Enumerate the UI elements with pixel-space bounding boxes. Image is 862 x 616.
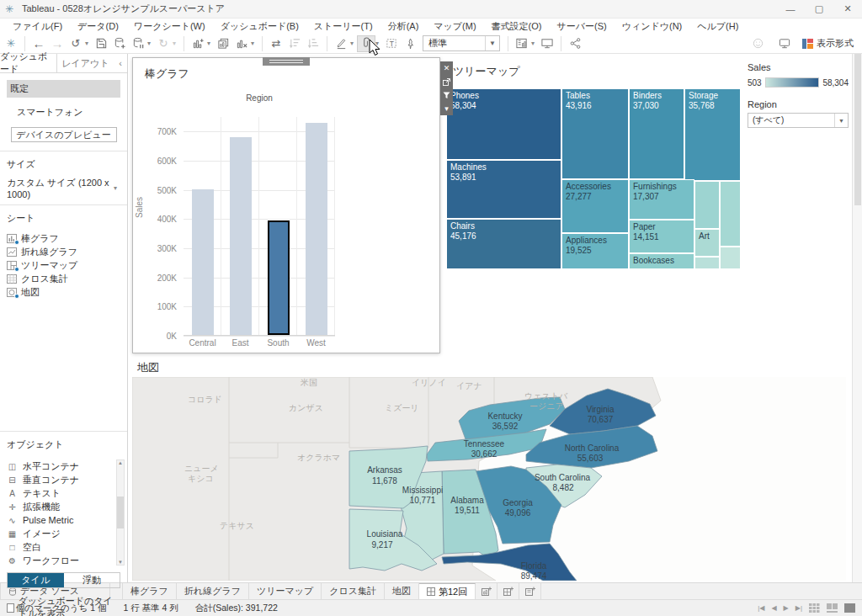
device-preview-button[interactable]: デバイスのプレビュー xyxy=(11,127,117,142)
object-text[interactable]: Aテキスト xyxy=(0,486,127,500)
treemap-cell-storage[interactable]: Storage35,768 xyxy=(684,88,741,181)
y-axis[interactable]: 0K100K200K300K400K500K600K700K xyxy=(152,117,180,336)
menu-file[interactable]: ファイル(F) xyxy=(5,19,70,35)
bar-west[interactable] xyxy=(306,123,327,335)
sort-ascending-icon[interactable] xyxy=(285,35,304,52)
object-blank[interactable]: □空白 xyxy=(0,540,127,554)
menu-window[interactable]: ウィンドウ(N) xyxy=(615,19,690,35)
object-pulse-metric[interactable]: ∿Pulse Metric xyxy=(0,513,127,527)
treemap-cell-small[interactable] xyxy=(694,181,720,229)
bar-central[interactable] xyxy=(192,189,214,335)
objects-scrollbar[interactable]: ▲▼ xyxy=(116,459,125,566)
sort-descending-icon[interactable] xyxy=(304,35,322,52)
menu-server[interactable]: サーバー(S) xyxy=(550,19,615,35)
share-icon[interactable] xyxy=(566,35,584,52)
group-members-icon[interactable] xyxy=(357,35,375,52)
presentation-mode-icon[interactable] xyxy=(538,35,556,52)
show-tabs-view-icon[interactable] xyxy=(809,603,820,613)
clear-caret-icon[interactable]: ▾ xyxy=(251,40,258,47)
new-sheet-caret-icon[interactable]: ▾ xyxy=(207,40,214,47)
collapse-pane-icon[interactable]: ‹ xyxy=(114,54,127,72)
treemap-cell-small[interactable] xyxy=(694,257,720,269)
new-story-tab-button[interactable] xyxy=(519,583,541,599)
swap-axes-icon[interactable]: ⇄ xyxy=(267,35,285,52)
menu-help[interactable]: ヘルプ(H) xyxy=(689,19,746,35)
object-vertical-container[interactable]: ⊟垂直コンテナ xyxy=(0,473,127,486)
scrollbar-thumb[interactable] xyxy=(854,54,861,205)
sheet-item-bar-chart[interactable]: 棒グラフ xyxy=(0,231,127,245)
panel-drag-handle[interactable] xyxy=(263,57,310,66)
fit-caret-icon[interactable]: ▼ xyxy=(485,36,499,50)
highlight-caret-icon[interactable]: ▾ xyxy=(350,40,357,47)
treemap-cell-bookcases[interactable]: Bookcases xyxy=(629,253,694,269)
new-datasource-icon[interactable] xyxy=(110,35,129,52)
new-worksheet-tab-button[interactable] xyxy=(476,583,498,599)
treemap-cell-accessories[interactable]: Accessories27,277 xyxy=(561,179,629,233)
x-axis[interactable]: CentralEastSouthWest xyxy=(184,338,335,350)
device-preview-icon[interactable] xyxy=(775,35,794,52)
bar-chart-panel[interactable]: ✕ ▾ 棒グラフ Region Sales 0K100K200K300K400K… xyxy=(132,57,440,353)
use-as-filter-icon[interactable] xyxy=(443,90,450,100)
close-button[interactable]: ✕ xyxy=(833,0,862,18)
menu-story[interactable]: ストーリー(T) xyxy=(306,19,380,35)
save-icon[interactable] xyxy=(92,35,110,52)
object-extension[interactable]: ✛拡張機能 xyxy=(0,500,127,513)
scroll-thumb[interactable] xyxy=(117,497,124,528)
tab-bar-chart[interactable]: 棒グラフ xyxy=(122,583,177,599)
show-title-checkbox[interactable] xyxy=(7,603,14,613)
sheet-item-treemap[interactable]: ツリーマップ xyxy=(0,258,127,272)
region-filter-dropdown[interactable]: (すべて) ▼ xyxy=(748,113,849,128)
refresh-icon[interactable]: ↻ xyxy=(154,35,173,52)
sheet-item-map[interactable]: 地図 xyxy=(0,285,127,299)
show-mark-labels-icon[interactable]: T xyxy=(382,35,401,52)
fix-axes-icon[interactable] xyxy=(401,35,419,52)
sheet-item-crosstab[interactable]: クロス集計 xyxy=(0,272,127,285)
device-phone-item[interactable]: スマートフォン xyxy=(13,104,120,120)
fit-selector[interactable]: 標準 ▼ xyxy=(423,35,500,51)
treemap-cell-paper[interactable]: Paper14,151 xyxy=(629,220,694,253)
remove-from-dashboard-icon[interactable]: ✕ xyxy=(444,63,450,73)
show-dashboard-title-row[interactable]: ダッシュボードのタイトルを表示 xyxy=(7,595,120,616)
data-alerts-icon[interactable] xyxy=(748,35,767,52)
next-sheet-icon[interactable]: ▶ xyxy=(784,604,789,612)
menu-map[interactable]: マップ(M) xyxy=(426,19,483,35)
tiled-option[interactable]: タイル xyxy=(8,573,64,587)
pause-datasource-icon[interactable] xyxy=(129,35,147,52)
menu-data[interactable]: データ(D) xyxy=(70,19,126,35)
menu-format[interactable]: 書式設定(O) xyxy=(484,19,550,35)
treemap-cell-binders[interactable]: Binders37,030 xyxy=(629,88,684,179)
treemap-cell-small[interactable] xyxy=(720,181,741,247)
more-options-icon[interactable]: ▾ xyxy=(444,104,449,114)
treemap-cell-machines[interactable]: Machines53,891 xyxy=(446,160,561,219)
cards-caret-icon[interactable]: ▾ xyxy=(531,40,538,47)
show-hide-cards-icon[interactable] xyxy=(513,35,531,52)
sheet-item-line-chart[interactable]: 折れ線グラフ xyxy=(0,245,127,258)
treemap-cell-appliances[interactable]: Appliances19,525 xyxy=(561,233,629,269)
refresh-caret-icon[interactable]: ▾ xyxy=(173,40,179,47)
undo-history-icon[interactable]: ↺ xyxy=(67,35,85,52)
minimize-button[interactable]: — xyxy=(776,0,805,18)
scroll-down-icon[interactable]: ▼ xyxy=(118,560,123,565)
first-sheet-icon[interactable]: |◀ xyxy=(758,604,764,612)
undo-caret-icon[interactable]: ▾ xyxy=(85,40,92,47)
tab-treemap[interactable]: ツリーマップ xyxy=(249,583,322,599)
menu-analysis[interactable]: 分析(A) xyxy=(380,19,427,35)
duplicate-sheet-icon[interactable] xyxy=(214,35,232,52)
maximize-button[interactable]: ▢ xyxy=(805,0,833,18)
pause-caret-icon[interactable]: ▾ xyxy=(147,40,154,47)
new-dashboard-tab-button[interactable] xyxy=(498,583,519,599)
new-worksheet-icon[interactable] xyxy=(189,35,207,52)
last-sheet-icon[interactable]: ▶| xyxy=(795,604,802,612)
tab-dashboard-12[interactable]: 第12回 xyxy=(419,583,476,599)
size-dropdown[interactable]: カスタム サイズ (1200 x 1000) ▾ xyxy=(0,173,127,205)
clear-sheet-icon[interactable] xyxy=(232,35,251,52)
tableau-home-icon[interactable]: ✳ xyxy=(2,35,20,52)
treemap-cell-phones[interactable]: Phones58,304 xyxy=(446,88,561,160)
treemap-cell-chairs[interactable]: Chairs45,176 xyxy=(446,219,561,269)
show-me-button[interactable]: 表示形式 xyxy=(802,37,854,50)
object-workflow[interactable]: ⚙ワークフロー xyxy=(0,554,127,566)
object-image[interactable]: ▦イメージ xyxy=(0,527,127,540)
menu-worksheet[interactable]: ワークシート(W) xyxy=(126,19,213,35)
previous-sheet-icon[interactable]: ◀ xyxy=(771,604,776,612)
show-filmstrip-view-icon[interactable] xyxy=(827,603,838,613)
